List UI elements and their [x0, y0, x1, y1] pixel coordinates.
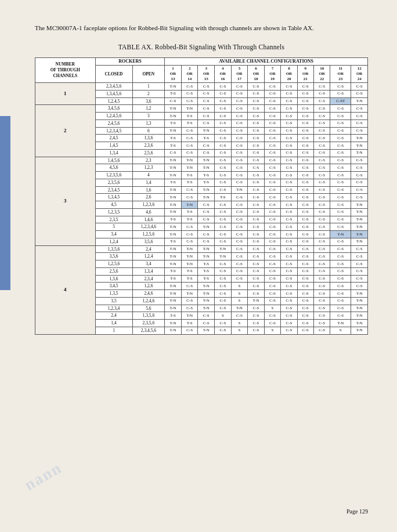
config-cell: C-S [313, 97, 330, 105]
config-cell: T-N [165, 327, 182, 334]
closed-cell: 1,3,4 [95, 149, 132, 157]
col7-header: 7OR19 [264, 65, 280, 82]
open-cell: 2 [132, 90, 165, 97]
config-cell: C-S [297, 305, 313, 312]
open-cell: 1,3,4 [132, 267, 165, 275]
config-cell: C-S [264, 231, 280, 238]
main-table: NUMBEROF THROUGHCHANNELS ROCKERS AVAILAB… [35, 57, 368, 335]
closed-cell: 1,2,3,5,6 [95, 172, 132, 179]
config-cell: C-S [330, 267, 351, 275]
config-cell: C-S [264, 97, 280, 105]
config-cell: C-S [330, 105, 351, 113]
config-cell: C-S [264, 127, 280, 135]
config-cell: T-N [351, 142, 368, 150]
config-cell: C-S [231, 231, 248, 238]
config-cell: C-S [248, 179, 265, 186]
config-cell: C-S [330, 245, 351, 253]
config-cell: C-S [351, 120, 368, 127]
config-cell: C-S [351, 260, 368, 268]
config-cell: C-S [330, 90, 351, 97]
config-cell: T-N [165, 172, 182, 179]
config-cell: C-S [351, 172, 368, 179]
config-cell: C-S [330, 297, 351, 305]
config-cell: C-S [281, 120, 297, 127]
config-cell: C-S [281, 305, 297, 312]
config-cell: C-S [248, 90, 265, 97]
config-cell: T-N [198, 327, 215, 334]
config-cell: C-S [281, 245, 297, 253]
config-cell: C-S [330, 83, 351, 91]
config-cell: C-S [313, 194, 330, 201]
config-cell: C-S [313, 105, 330, 113]
config-cell: C-S [248, 290, 265, 298]
config-cell: T-N [165, 194, 182, 201]
config-cell: C-S [313, 90, 330, 97]
open-cell: 6 [132, 127, 165, 135]
config-cell: C-S [351, 179, 368, 186]
config-cell: C-S [264, 201, 280, 209]
config-cell: C-S [231, 267, 248, 275]
closed-cell: 4,5,6 [95, 164, 132, 172]
config-cell: C-S [181, 283, 198, 290]
config-cell: C-S [297, 201, 313, 209]
config-cell: C-S [313, 164, 330, 172]
config-cell: C-S [198, 320, 215, 327]
config-cell: C-S [264, 135, 280, 142]
config-cell: T-S [165, 238, 182, 245]
open-cell: 2,3,4,5,6 [132, 327, 165, 334]
config-cell: C-S [351, 105, 368, 113]
config-cell: C-ST [330, 97, 351, 105]
table-title: TABLE AX. Robbed-Bit Signaling With Thro… [35, 44, 368, 50]
config-cell: C-S [281, 149, 297, 157]
config-cell: C-S [198, 97, 215, 105]
col6-header: 6OR18 [248, 65, 265, 82]
config-cell: T-N [165, 290, 182, 298]
config-cell: S [231, 297, 248, 305]
config-cell: C-S [215, 135, 232, 142]
config-cell: C-S [231, 97, 248, 105]
config-cell: C-S [281, 253, 297, 260]
config-cell: C-S [297, 105, 313, 113]
config-cell: C-S [215, 164, 232, 172]
config-cell: C-S [198, 238, 215, 245]
config-cell: C-S [231, 90, 248, 97]
open-cell: 2,6 [132, 194, 165, 201]
open-cell: 2,5,6 [132, 149, 165, 157]
config-cell: C-S [281, 105, 297, 113]
config-cell: C-S [297, 312, 313, 320]
config-cell: C-S [215, 149, 232, 157]
config-cell: C-S [215, 113, 232, 120]
config-cell: C-S [248, 260, 265, 268]
closed-cell: 1,2,3,4,5 [95, 127, 132, 135]
config-cell: C-S [297, 172, 313, 179]
config-cell: C-S [313, 290, 330, 298]
config-cell: C-S [215, 260, 232, 268]
open-cell: 5,6 [132, 305, 165, 312]
config-cell: C-S [330, 260, 351, 268]
config-cell: C-S [313, 253, 330, 260]
config-cell: T-N [165, 305, 182, 312]
closed-cell: 2,4,5 [95, 135, 132, 142]
config-cell: C-S [281, 142, 297, 150]
config-cell: C-S [297, 164, 313, 172]
table-row: 12,3,4,5,61T-NC-SC-SC-SC-SC-SC-SC-SC-SC-… [35, 83, 368, 91]
config-cell: C-S [313, 245, 330, 253]
config-cell: C-S [248, 305, 265, 312]
config-cell: C-S [313, 208, 330, 216]
config-cell: C-S [330, 172, 351, 179]
config-cell: C-S [281, 194, 297, 201]
col1-header: 1OR13 [165, 65, 182, 82]
config-cell: C-S [313, 142, 330, 150]
config-cell: C-S [264, 90, 280, 97]
config-cell: C-S [215, 208, 232, 216]
config-cell: C-S [181, 194, 198, 201]
config-cell: C-S [281, 97, 297, 105]
closed-cell: 2,3,4,5,6 [95, 83, 132, 91]
config-cell: C-S [215, 231, 232, 238]
config-cell: C-S [248, 113, 265, 120]
config-cell: C-S [281, 297, 297, 305]
config-cell: C-S [281, 90, 297, 97]
config-cell: C-S [181, 83, 198, 91]
config-cell: C-S [264, 320, 280, 327]
config-cell: C-S [165, 149, 182, 157]
